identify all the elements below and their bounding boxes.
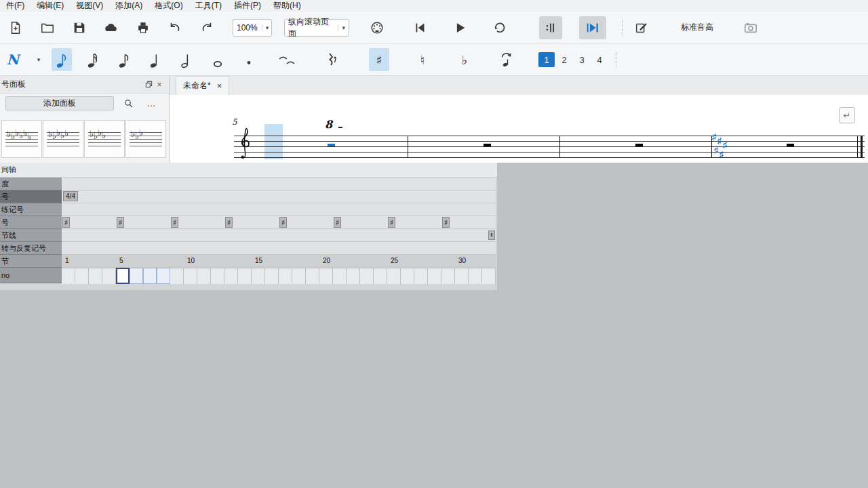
timeline-keysig-marker[interactable]: ♯	[334, 217, 341, 228]
menu-item-help[interactable]: 帮助(H)	[267, 0, 307, 12]
duration-whole-button[interactable]	[208, 48, 228, 71]
timeline-row-key-signature[interactable]: 号	[0, 216, 62, 229]
final-barline-thin[interactable]	[857, 136, 858, 158]
timeline-measure-cell[interactable]	[387, 268, 401, 284]
key-change-sharp[interactable]: ♯	[723, 142, 728, 148]
timeline-measure-cell[interactable]	[482, 268, 496, 284]
timeline-measure-cell[interactable]	[170, 268, 184, 284]
timeline-measure-cell[interactable]	[469, 268, 482, 284]
timeline-rehearsal-row[interactable]	[62, 203, 496, 216]
score-view[interactable]: 5 8 ♯ ♯ ♯ ♯ ♯ ↵	[170, 95, 868, 163]
midi-input-button[interactable]	[366, 16, 389, 39]
voice-2-button[interactable]: 2	[556, 52, 572, 67]
half-rest[interactable]	[787, 144, 794, 146]
score-tab[interactable]: 未命名* ×	[176, 76, 229, 95]
loop-in-marker-button[interactable]	[539, 16, 562, 39]
timeline-measure-cell[interactable]	[374, 268, 387, 284]
barline[interactable]	[559, 136, 560, 158]
menu-item-tools[interactable]: 工具(T)	[189, 0, 228, 12]
timeline-measure-cell[interactable]	[197, 268, 211, 284]
timeline-measure-cell[interactable]	[333, 268, 347, 284]
timeline-row-time-signature[interactable]: 号	[0, 190, 62, 203]
rest-button[interactable]	[321, 48, 342, 71]
timeline-measure-cell[interactable]	[238, 268, 252, 284]
timeline-measure-cell[interactable]	[130, 268, 143, 284]
toolbar-grip[interactable]	[616, 52, 620, 67]
close-panel-button[interactable]: ×	[154, 79, 165, 90]
image-capture-button[interactable]	[739, 16, 762, 39]
timeline-measure-cell[interactable]	[428, 268, 441, 284]
menu-item-edit[interactable]: 编辑(E)	[31, 0, 70, 12]
menu-item-plugins[interactable]: 插件(P)	[228, 0, 267, 12]
timeline-measure-cell[interactable]	[279, 268, 292, 284]
duration-sixteenth-button[interactable]	[83, 48, 103, 71]
ottava-marking[interactable]: 8	[325, 118, 332, 131]
duration-eighth-button-2[interactable]	[114, 48, 134, 71]
timeline-timesig-row[interactable]: 4/4	[62, 190, 496, 203]
loop-out-marker-button[interactable]	[579, 16, 606, 39]
timeline-measure-cell[interactable]	[157, 268, 170, 284]
half-rest[interactable]	[484, 144, 491, 146]
key-change-sharp[interactable]: ♯	[717, 138, 722, 144]
augmentation-dot-button[interactable]	[239, 48, 259, 71]
concert-pitch-toggle[interactable]: 标准音高	[681, 22, 713, 33]
timeline-keysig-row[interactable]: ♯♯♯♯♯♯♯♯	[62, 216, 496, 229]
timeline-keysig-marker[interactable]: ♯	[117, 217, 124, 228]
flip-direction-button[interactable]	[496, 48, 517, 71]
treble-clef-icon[interactable]	[237, 127, 254, 161]
timeline-row-rehearsal-marks[interactable]: 练记号	[0, 203, 62, 216]
timeline-measure-cell[interactable]	[414, 268, 428, 284]
timeline-keysig-marker[interactable]: ♯	[279, 217, 287, 228]
key-change-sharp[interactable]: ♯	[712, 134, 717, 140]
redo-button[interactable]	[195, 16, 218, 39]
menu-item-file[interactable]: 件(F)	[0, 0, 31, 12]
rewind-button[interactable]	[408, 16, 431, 39]
timeline-measure-cell[interactable]	[292, 268, 306, 284]
timeline-row-tempo[interactable]: 度	[0, 178, 62, 190]
timeline-row-jumps-repeats[interactable]: 转与反复记号	[0, 242, 62, 255]
voice-1-button[interactable]: 1	[538, 52, 555, 67]
note-input-mode-dropdown[interactable]: ▾	[34, 48, 43, 71]
timeline-tempo-row[interactable]	[62, 178, 496, 190]
timeline-measure-cell[interactable]	[75, 268, 89, 284]
timeline-keysig-marker[interactable]: ♯	[388, 217, 395, 228]
timeline-measure-cell[interactable]	[455, 268, 469, 284]
scroll-to-selection-button[interactable]: ↵	[839, 107, 855, 123]
open-file-button[interactable]	[36, 16, 59, 39]
timeline-measure-cell[interactable]	[360, 268, 374, 284]
tie-button[interactable]	[273, 48, 302, 71]
timeline-measure-cell[interactable]	[224, 268, 238, 284]
timeline-row-measures[interactable]: 节	[0, 255, 62, 268]
final-barline-thick[interactable]	[861, 136, 863, 158]
timeline-row-piano[interactable]: no	[0, 268, 62, 283]
timeline-measure-cell[interactable]	[252, 268, 265, 284]
note-input-mode-button[interactable]: N	[3, 48, 23, 71]
loop-playback-button[interactable]	[488, 16, 511, 39]
menu-item-add[interactable]: 添加(A)	[109, 0, 149, 12]
timeline-keysig-marker[interactable]: ♯	[62, 217, 70, 228]
natural-button[interactable]: ♮	[412, 48, 433, 71]
timeline-measure-cell[interactable]	[116, 268, 130, 284]
half-rest-selected[interactable]	[328, 144, 335, 146]
save-button[interactable]	[68, 16, 91, 39]
palette-key-signature-cell[interactable]: ♭♭♭♭♭	[43, 120, 83, 158]
timeline-jumps-row[interactable]	[62, 242, 496, 255]
edit-mode-button[interactable]	[630, 16, 653, 39]
timeline-keysig-marker[interactable]: ♯	[225, 217, 233, 228]
palette-key-signature-cell[interactable]: ♭♭♭♭♭♭	[1, 120, 42, 158]
palette-key-signature-cell[interactable]: ♭♭♭♭	[84, 120, 125, 158]
timeline-measure-cell[interactable]	[441, 268, 455, 284]
cloud-save-button[interactable]	[100, 16, 123, 39]
timeline-measure-cell[interactable]	[62, 268, 75, 284]
palette-more-button[interactable]: …	[142, 96, 160, 110]
timeline-keysig-marker[interactable]: ♯	[442, 217, 450, 228]
voice-4-button[interactable]: 4	[591, 52, 608, 67]
zoom-select[interactable]: 100% ▾	[233, 19, 272, 37]
float-panel-button[interactable]	[143, 79, 154, 90]
close-tab-icon[interactable]: ×	[217, 81, 222, 91]
play-button[interactable]	[448, 16, 471, 39]
duration-half-button[interactable]	[176, 48, 197, 71]
duration-quarter-button[interactable]	[145, 48, 165, 71]
menu-item-format[interactable]: 格式(O)	[149, 0, 189, 12]
timeline-keysig-marker[interactable]: ♯	[171, 217, 178, 228]
